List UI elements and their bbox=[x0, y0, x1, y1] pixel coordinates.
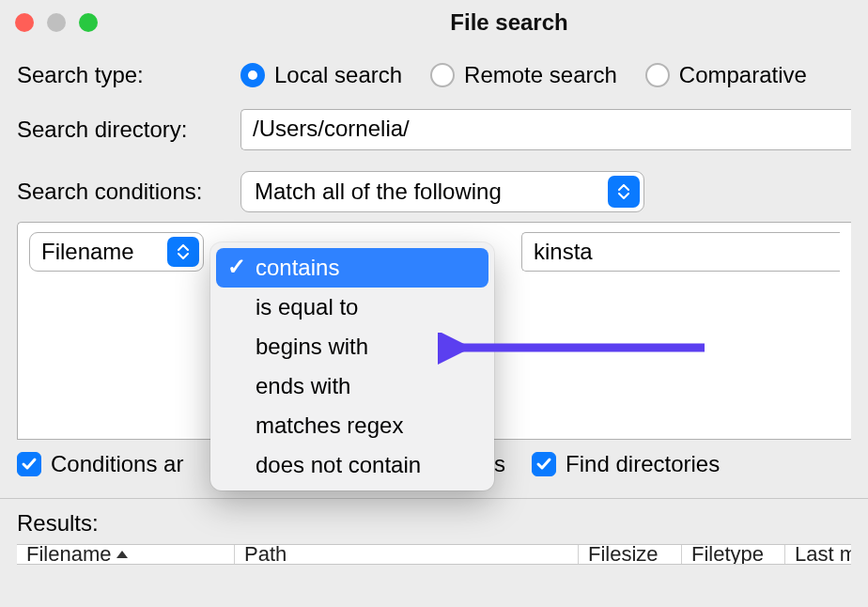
results-table-header: Filename Path Filesize Filetype Last m bbox=[17, 544, 851, 565]
checkbox-icon bbox=[17, 452, 41, 476]
close-window-button[interactable] bbox=[15, 13, 34, 32]
annotation-arrow-icon bbox=[438, 333, 710, 370]
dropdown-item-label: matches regex bbox=[256, 412, 403, 438]
form-area: Search type: Local search Remote search … bbox=[0, 45, 868, 212]
results-section: Results: Filename Path Filesize Filetype… bbox=[0, 499, 868, 565]
dropdown-item-ends-with[interactable]: ends with bbox=[216, 366, 488, 406]
column-label: Filesize bbox=[588, 544, 659, 565]
radio-icon bbox=[645, 63, 670, 87]
dropdown-item-label: ends with bbox=[256, 373, 350, 398]
conditions-sensitivity-checkbox[interactable]: Conditions ar bbox=[17, 451, 183, 477]
column-label: Last m bbox=[795, 544, 851, 565]
chevron-updown-icon bbox=[608, 176, 640, 208]
radio-label: Local search bbox=[274, 62, 402, 88]
search-type-radio-group: Local search Remote search Comparative bbox=[240, 62, 807, 88]
column-header-filesize[interactable]: Filesize bbox=[579, 544, 682, 565]
search-directory-input[interactable]: /Users/cornelia/ bbox=[240, 109, 851, 150]
search-type-label: Search type: bbox=[17, 62, 240, 88]
search-conditions-row: Search conditions: Match all of the foll… bbox=[17, 171, 851, 212]
condition-field-select[interactable]: Filename bbox=[29, 232, 204, 272]
conditions-match-value: Match all of the following bbox=[255, 179, 502, 205]
column-label: Path bbox=[244, 544, 287, 565]
condition-value-input[interactable]: kinsta bbox=[521, 232, 840, 272]
condition-field-value: Filename bbox=[41, 239, 134, 265]
check-icon: ✓ bbox=[227, 254, 246, 280]
radio-comparative-search[interactable]: Comparative bbox=[645, 62, 807, 88]
search-directory-row: Search directory: /Users/cornelia/ bbox=[17, 109, 851, 150]
checkbox-label: Conditions ar bbox=[51, 451, 183, 477]
radio-icon bbox=[240, 63, 265, 87]
dropdown-item-label: contains bbox=[256, 255, 339, 280]
column-label: Filename bbox=[26, 544, 111, 565]
dropdown-item-label: does not contain bbox=[256, 452, 421, 477]
conditions-match-select[interactable]: Match all of the following bbox=[240, 171, 644, 212]
dropdown-item-contains[interactable]: ✓ contains bbox=[216, 248, 488, 288]
radio-label: Comparative bbox=[679, 62, 807, 88]
column-header-filename[interactable]: Filename bbox=[17, 544, 235, 565]
chevron-updown-icon bbox=[167, 237, 199, 267]
dropdown-item-matches-regex[interactable]: matches regex bbox=[216, 406, 488, 445]
radio-icon bbox=[430, 63, 455, 87]
dropdown-item-label: begins with bbox=[256, 334, 368, 359]
column-label: Filetype bbox=[691, 544, 764, 565]
radio-remote-search[interactable]: Remote search bbox=[430, 62, 617, 88]
search-type-row: Search type: Local search Remote search … bbox=[17, 62, 851, 88]
radio-local-search[interactable]: Local search bbox=[240, 62, 402, 88]
column-header-last[interactable]: Last m bbox=[785, 544, 851, 565]
column-header-path[interactable]: Path bbox=[235, 544, 579, 565]
window-title: File search bbox=[450, 9, 567, 36]
checkbox-icon bbox=[532, 452, 556, 476]
radio-label: Remote search bbox=[464, 62, 617, 88]
minimize-window-button[interactable] bbox=[47, 13, 66, 32]
column-header-filetype[interactable]: Filetype bbox=[682, 544, 785, 565]
find-directories-checkbox[interactable]: Find directories bbox=[532, 451, 720, 477]
dropdown-item-is-equal-to[interactable]: is equal to bbox=[216, 288, 488, 327]
titlebar: File search bbox=[0, 0, 868, 45]
window-controls bbox=[15, 13, 98, 32]
dropdown-item-does-not-contain[interactable]: does not contain bbox=[216, 445, 488, 485]
checkbox-label: Find directories bbox=[566, 451, 720, 477]
sort-ascending-icon bbox=[116, 551, 128, 558]
dropdown-item-label: is equal to bbox=[256, 294, 358, 319]
search-conditions-label: Search conditions: bbox=[17, 179, 240, 205]
search-directory-label: Search directory: bbox=[17, 117, 240, 143]
results-label: Results: bbox=[17, 510, 851, 537]
zoom-window-button[interactable] bbox=[79, 13, 98, 32]
